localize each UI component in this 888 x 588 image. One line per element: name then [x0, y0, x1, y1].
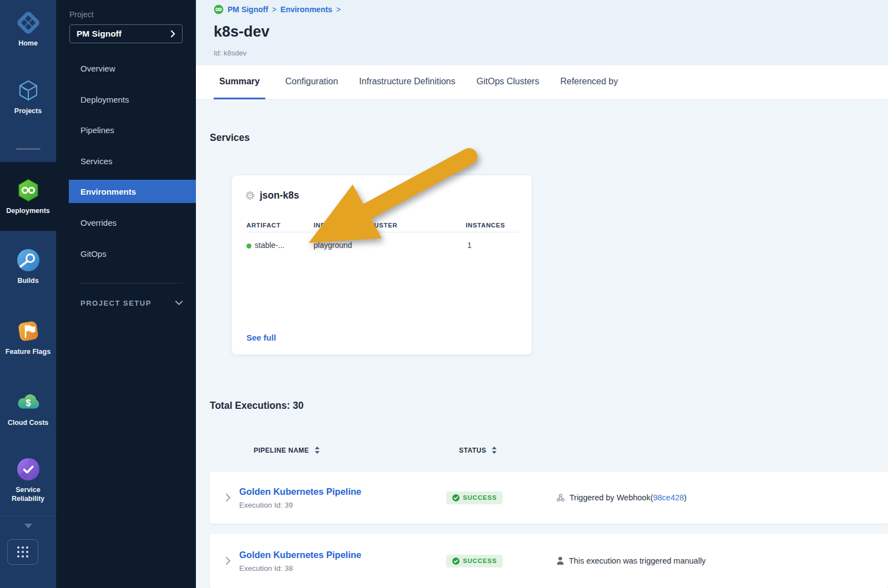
- sidebar-item-label: Environments: [80, 187, 136, 196]
- rail-divider: [0, 135, 56, 162]
- sidebar-item-label: Deployments: [80, 95, 129, 104]
- rail-label: Deployments: [6, 207, 50, 216]
- cluster-value: playground: [314, 241, 352, 250]
- status-label: SUCCESS: [463, 557, 497, 564]
- tab-referenced-by[interactable]: Referenced by: [559, 65, 619, 99]
- breadcrumb-separator: >: [272, 5, 276, 14]
- status-cell: SUCCESS: [446, 555, 556, 567]
- breadcrumb: PM Signoff > Environments >: [214, 4, 341, 14]
- gear-icon: [245, 191, 255, 200]
- column-header-label: STATUS: [459, 447, 486, 454]
- sidebar-item-overview[interactable]: Overview: [56, 57, 196, 80]
- tab-summary[interactable]: Summary: [214, 65, 265, 99]
- rail-item-projects[interactable]: Projects: [0, 58, 56, 135]
- rail-collapse-button[interactable]: [0, 516, 56, 536]
- rail-item-feature-flags[interactable]: Feature Flags: [0, 302, 56, 373]
- page-id: Id: k8sdev: [214, 49, 246, 57]
- pipeline-name-cell: Golden Kubernetes Pipeline Execution Id:…: [239, 550, 446, 572]
- artifact-value: stable-...: [255, 241, 285, 250]
- module-rail: Home Projects Deployments: [0, 0, 56, 588]
- pipeline-name-cell: Golden Kubernetes Pipeline Execution Id:…: [239, 486, 446, 509]
- execution-row[interactable]: Golden Kubernetes Pipeline Execution Id:…: [210, 534, 888, 588]
- rail-item-home[interactable]: Home: [0, 0, 56, 58]
- sort-icon[interactable]: [491, 446, 497, 454]
- services-heading: Services: [210, 132, 250, 144]
- sidebar-item-label: Services: [80, 156, 113, 166]
- project-selector[interactable]: PM Signoff: [69, 24, 183, 43]
- webhook-icon: [556, 493, 565, 502]
- rail-label: Feature Flags: [6, 348, 51, 357]
- success-check-icon: [452, 557, 460, 565]
- sidebar-item-pipelines[interactable]: Pipelines: [56, 118, 196, 141]
- column-header-label: PIPELINE NAME: [254, 447, 309, 454]
- trigger-info: Triggered by Webhook(98ce428): [556, 493, 687, 502]
- rail-item-builds[interactable]: Builds: [0, 231, 56, 302]
- sidebar-item-environments[interactable]: Environments: [69, 180, 196, 203]
- breadcrumb-separator: >: [336, 5, 341, 14]
- sidebar-item-gitops[interactable]: GitOps: [56, 242, 196, 265]
- rail-item-deployments[interactable]: Deployments: [0, 162, 56, 231]
- project-sidebar: Project PM Signoff Overview Deployments …: [56, 0, 196, 588]
- service-reliability-icon: [16, 457, 41, 482]
- pipeline-name-link[interactable]: Golden Kubernetes Pipeline: [239, 486, 446, 497]
- tab-configuration[interactable]: Configuration: [284, 65, 339, 99]
- service-card-title: json-k8s: [245, 190, 299, 201]
- all-modules-button[interactable]: [7, 539, 38, 565]
- trigger-info: This execution was triggered manually: [556, 556, 706, 565]
- column-header-instances: INSTANCES: [466, 222, 505, 229]
- sidebar-item-overrides[interactable]: Overrides: [56, 211, 196, 234]
- column-header-pipeline-name[interactable]: PIPELINE NAME: [254, 446, 320, 454]
- sidebar-item-label: GitOps: [80, 249, 107, 258]
- chevron-down-icon: [22, 523, 35, 530]
- rail-label: Builds: [17, 277, 38, 286]
- project-setup-label: PROJECT SETUP: [80, 299, 152, 307]
- service-card[interactable]: json-k8s ARTIFACT INFRA/GITOPS CLUSTER I…: [231, 175, 532, 355]
- execution-row[interactable]: Golden Kubernetes Pipeline Execution Id:…: [210, 472, 888, 524]
- pipeline-name-link[interactable]: Golden Kubernetes Pipeline: [239, 550, 446, 560]
- table-divider: [246, 232, 518, 232]
- sort-icon[interactable]: [314, 446, 320, 454]
- rail-item-service-reliability[interactable]: Service Reliability: [0, 444, 56, 516]
- breadcrumb-project-link[interactable]: PM Signoff: [228, 5, 268, 14]
- tab-gitops-clusters[interactable]: GitOps Clusters: [476, 65, 541, 99]
- project-label: Project: [69, 10, 94, 19]
- rail-item-cloud-costs[interactable]: $ Cloud Costs: [0, 373, 56, 444]
- rail-label: Projects: [14, 107, 42, 116]
- see-full-link[interactable]: See full: [246, 333, 276, 342]
- execution-id: Execution Id: 38: [239, 564, 446, 572]
- sidebar-divider: [80, 283, 183, 283]
- column-header-artifact: ARTIFACT: [246, 222, 281, 229]
- user-icon: [556, 556, 564, 565]
- status-badge: SUCCESS: [446, 555, 503, 567]
- status-label: SUCCESS: [463, 494, 497, 501]
- artifact-status-dot: [246, 244, 251, 249]
- tab-bar: Summary Configuration Infrastructure Def…: [196, 65, 888, 100]
- project-setup-toggle[interactable]: PROJECT SETUP: [56, 293, 196, 313]
- sidebar-item-label: Pipelines: [80, 125, 114, 135]
- deployments-icon: [16, 178, 41, 203]
- feature-flags-icon: [16, 318, 41, 344]
- execution-id: Execution Id: 39: [239, 501, 446, 509]
- chevron-right-icon: [225, 556, 231, 565]
- expand-row-button[interactable]: [210, 493, 239, 502]
- trigger-text: Triggered by Webhook(98ce428): [569, 493, 687, 502]
- trigger-text: This execution was triggered manually: [569, 556, 706, 565]
- status-badge: SUCCESS: [446, 491, 503, 504]
- total-executions-heading: Total Executions: 30: [210, 400, 304, 412]
- status-cell: SUCCESS: [446, 491, 556, 504]
- sidebar-item-services[interactable]: Services: [56, 149, 196, 173]
- cloud-costs-icon: $: [16, 389, 41, 415]
- sidebar-item-label: Overview: [80, 64, 115, 73]
- column-header-status[interactable]: STATUS: [459, 446, 497, 454]
- service-name: json-k8s: [260, 190, 299, 201]
- page-title: k8s-dev: [214, 23, 270, 40]
- sidebar-item-label: Overrides: [80, 218, 117, 227]
- webhook-id-link[interactable]: 98ce428: [653, 493, 684, 502]
- page-header: PM Signoff > Environments > k8s-dev Id: …: [196, 0, 888, 65]
- tab-infrastructure-definitions[interactable]: Infrastructure Definitions: [358, 65, 456, 99]
- sidebar-item-deployments[interactable]: Deployments: [56, 88, 196, 111]
- expand-row-button[interactable]: [210, 556, 239, 565]
- column-header-cluster: INFRA/GITOPS CLUSTER: [314, 222, 397, 229]
- rail-label: Service Reliability: [3, 486, 53, 503]
- breadcrumb-environments-link[interactable]: Environments: [280, 5, 332, 14]
